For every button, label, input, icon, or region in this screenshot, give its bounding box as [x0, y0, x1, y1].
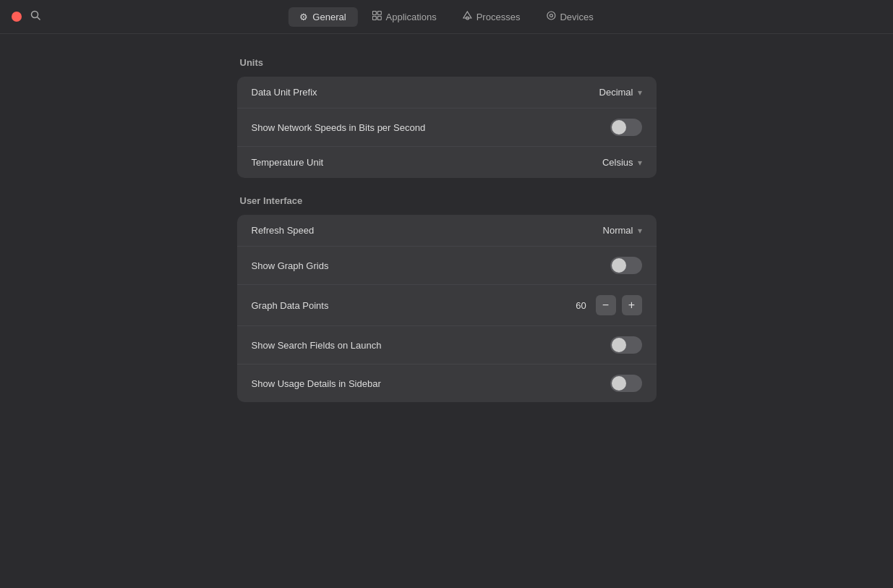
show-usage-details-control — [610, 375, 642, 392]
toggle-knob — [612, 338, 626, 352]
show-usage-details-label: Show Usage Details in Sidebar — [252, 378, 381, 389]
show-graph-grids-label: Show Graph Grids — [252, 260, 329, 271]
search-button[interactable] — [30, 10, 40, 23]
network-speeds-row: Show Network Speeds in Bits per Second — [237, 108, 657, 147]
toggle-knob — [612, 120, 626, 135]
ui-card: Refresh Speed Normal ▾ Show Graph Grids … — [237, 215, 657, 402]
gear-icon: ⚙ — [299, 12, 308, 22]
svg-rect-5 — [377, 17, 381, 20]
decrease-button[interactable]: − — [596, 295, 616, 315]
units-card: Data Unit Prefix Decimal ▾ Show Network … — [237, 77, 657, 178]
data-unit-prefix-label: Data Unit Prefix — [252, 87, 317, 98]
graph-data-points-value: 60 — [573, 300, 590, 311]
network-speeds-toggle[interactable] — [610, 119, 642, 136]
devices-icon — [546, 11, 555, 22]
show-graph-grids-control — [610, 257, 642, 274]
window-controls — [12, 10, 40, 23]
tab-devices-label: Devices — [560, 12, 593, 22]
chevron-down-icon-temp: ▾ — [638, 158, 642, 168]
temperature-unit-value: Celsius — [602, 157, 633, 168]
ui-section-title: User Interface — [237, 195, 657, 206]
toggle-knob — [612, 258, 626, 273]
temperature-unit-label: Temperature Unit — [252, 157, 324, 168]
chevron-down-icon-refresh: ▾ — [638, 226, 642, 236]
graph-data-points-label: Graph Data Points — [252, 300, 329, 311]
tab-general-label: General — [312, 12, 346, 22]
chevron-down-icon: ▾ — [638, 88, 642, 98]
temperature-unit-row: Temperature Unit Celsius ▾ — [237, 147, 657, 178]
refresh-speed-label: Refresh Speed — [252, 225, 315, 236]
svg-rect-3 — [377, 12, 381, 15]
network-speeds-label: Show Network Speeds in Bits per Second — [252, 122, 426, 133]
data-unit-prefix-dropdown[interactable]: Decimal ▾ — [599, 87, 642, 98]
svg-line-1 — [38, 17, 40, 20]
titlebar: ⚙ General Applications Processes — [0, 0, 893, 34]
show-search-fields-label: Show Search Fields on Launch — [252, 340, 382, 351]
applications-icon — [372, 11, 382, 22]
show-graph-grids-row: Show Graph Grids — [237, 247, 657, 285]
graph-data-points-row: Graph Data Points 60 − + — [237, 285, 657, 326]
svg-rect-4 — [372, 17, 376, 20]
data-unit-prefix-value: Decimal — [599, 87, 633, 98]
settings-container: Units Data Unit Prefix Decimal ▾ Show Ne… — [237, 57, 657, 419]
svg-point-8 — [547, 12, 555, 20]
data-unit-prefix-row: Data Unit Prefix Decimal ▾ — [237, 77, 657, 108]
show-usage-details-row: Show Usage Details in Sidebar — [237, 365, 657, 402]
tab-bar: ⚙ General Applications Processes — [288, 7, 604, 27]
graph-data-points-stepper: 60 − + — [573, 295, 642, 315]
show-graph-grids-toggle[interactable] — [610, 257, 642, 274]
refresh-speed-value: Normal — [603, 225, 633, 236]
units-section-title: Units — [237, 57, 657, 68]
tab-general[interactable]: ⚙ General — [288, 7, 357, 27]
processes-icon — [463, 11, 472, 22]
svg-marker-6 — [463, 12, 471, 18]
tab-devices[interactable]: Devices — [534, 7, 604, 27]
svg-rect-2 — [372, 12, 376, 15]
network-speeds-control — [610, 119, 642, 136]
refresh-speed-row: Refresh Speed Normal ▾ — [237, 215, 657, 247]
show-search-fields-row: Show Search Fields on Launch — [237, 326, 657, 365]
show-search-fields-toggle[interactable] — [610, 336, 642, 354]
svg-point-9 — [550, 14, 552, 17]
show-usage-details-toggle[interactable] — [610, 375, 642, 392]
tab-applications[interactable]: Applications — [361, 7, 448, 27]
temperature-unit-dropdown[interactable]: Celsius ▾ — [602, 157, 642, 168]
main-content: Units Data Unit Prefix Decimal ▾ Show Ne… — [0, 34, 893, 443]
show-search-fields-control — [610, 336, 642, 354]
toggle-knob — [612, 376, 626, 391]
tab-processes-label: Processes — [477, 12, 521, 22]
tab-applications-label: Applications — [386, 12, 437, 22]
increase-button[interactable]: + — [622, 295, 642, 315]
refresh-speed-dropdown[interactable]: Normal ▾ — [603, 225, 642, 236]
close-button[interactable] — [12, 12, 22, 22]
tab-processes[interactable]: Processes — [451, 7, 532, 27]
